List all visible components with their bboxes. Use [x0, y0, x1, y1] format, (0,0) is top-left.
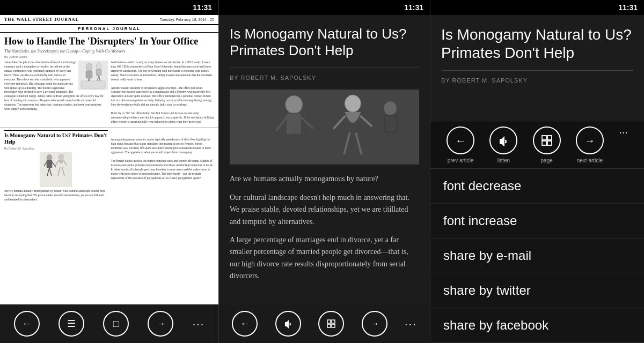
overlay-next-label: next article [577, 158, 603, 163]
svg-rect-41 [547, 136, 552, 140]
overlay-menu-top-bar: ← prev article listen [430, 122, 644, 169]
second-article-title: Is Monogamy Natural to Us? Primates Don'… [4, 130, 108, 145]
panel-menu-overlay: 11:31 Is Monogamy Natural to Us? Primate… [430, 0, 644, 343]
share-twitter-item[interactable]: share by twitter [430, 273, 644, 308]
svg-point-23 [286, 96, 303, 114]
newspaper-section: PERSONAL JOURNAL [0, 25, 218, 33]
svg-rect-37 [332, 320, 335, 323]
newspaper-wrapper: THE WALL STREET JOURNAL Tuesday, Februar… [0, 15, 218, 304]
second-article: Is Monogamy Natural to Us? Primates Don'… [0, 128, 218, 204]
list-btn-1[interactable]: ☰ [58, 311, 84, 337]
cartoon-illustration [78, 61, 108, 90]
overlay-next-circle: → [576, 126, 604, 154]
svg-rect-12 [47, 160, 52, 168]
second-article-col-left: Is Monogamy Natural to Us? Primates Don'… [4, 130, 108, 202]
newspaper-date: Tuesday, February 18, 2014 - 25 [160, 18, 214, 21]
article-reader-byline: BY ROBERT M. SAPOLSKY [230, 74, 419, 81]
overlay-prev-article-btn[interactable]: ← prev article [447, 126, 474, 163]
overlay-listen-label: listen [497, 158, 510, 163]
overlay-prev-circle: ← [447, 126, 474, 154]
newspaper-title: THE WALL STREET JOURNAL [4, 17, 79, 22]
share-email-item[interactable]: share by e-mail [430, 238, 644, 273]
article-body-p3: A large percentage of marriages end in d… [230, 234, 419, 282]
panel-3-top: Is Monogamy Natural to Us? Primates Don'… [430, 15, 644, 343]
svg-point-1 [86, 63, 92, 71]
article-reader-body: Are we humans actually monogamous by nat… [230, 173, 419, 282]
main-article-col-left: James liked his job in the information-o… [4, 61, 108, 125]
overlay-prev-label: prev article [448, 158, 474, 163]
svg-rect-39 [332, 324, 335, 327]
second-article-col-right: Among polygamous primates, males typical… [111, 130, 215, 202]
more-btn-1[interactable]: ··· [193, 318, 205, 330]
page-btn-1[interactable]: □ [103, 311, 129, 337]
main-article-columns: James liked his job in the information-o… [4, 61, 214, 125]
bottom-bar-1: ← ☰ □ → ··· [0, 304, 218, 343]
svg-rect-10 [40, 152, 72, 187]
second-article-byline: By Robert M. Sapolsky [4, 147, 108, 150]
article-reader-content: Is Monogamy Natural to Us? Primates Don'… [219, 15, 430, 304]
panel-reader: 11:31 Is Monogamy Natural to Us? Primate… [219, 0, 430, 343]
svg-point-17 [58, 154, 64, 160]
overlay-listen-btn[interactable]: listen [489, 126, 517, 163]
svg-rect-38 [327, 324, 331, 327]
panel-newspaper: 11:31 THE WALL STREET JOURNAL Tuesday, F… [0, 0, 219, 343]
svg-rect-24 [287, 113, 302, 135]
next-article-btn-1[interactable]: → [148, 311, 173, 337]
svg-rect-35 [385, 115, 397, 132]
next-article-btn-2[interactable]: → [362, 311, 387, 337]
status-bar-2: 11:31 [219, 0, 430, 15]
svg-rect-6 [96, 69, 101, 76]
main-article-title: How to Handle The 'Disrupters' In Your O… [4, 36, 214, 47]
font-decrease-item[interactable]: font decrease [430, 169, 644, 204]
more-btn-2[interactable]: ··· [405, 318, 417, 330]
main-article: How to Handle The 'Disrupters' In Your O… [0, 33, 218, 128]
panel-3-byline: BY ROBERT M. SAPOLSKY [441, 77, 633, 84]
svg-point-29 [345, 95, 361, 113]
reader-divider [230, 68, 419, 68]
article-body-p1: Are we humans actually monogamous by nat… [230, 173, 419, 185]
newspaper-page: THE WALL STREET JOURNAL Tuesday, Februar… [0, 15, 218, 304]
article-body-p2: Our cultural landscape doesn't help much… [230, 192, 419, 228]
newspaper-header: THE WALL STREET JOURNAL Tuesday, Februar… [0, 15, 218, 25]
status-bar-1: 11:31 [0, 0, 218, 15]
prev-article-btn-2[interactable]: ← [232, 311, 258, 337]
overlay-more-btn[interactable]: ··· [619, 122, 628, 138]
svg-point-11 [47, 155, 52, 161]
overlay-next-article-btn[interactable]: → next article [576, 126, 604, 163]
svg-point-5 [96, 63, 101, 69]
overlay-page-btn[interactable]: page [533, 126, 561, 163]
time-3: 11:31 [618, 3, 638, 12]
main-article-subtitle: The Narcissist, the Scorekeeper, the Gos… [4, 49, 214, 54]
listen-btn-2[interactable] [275, 311, 301, 337]
svg-rect-2 [86, 71, 92, 78]
svg-rect-43 [547, 141, 552, 145]
overlay-listen-circle [489, 126, 517, 154]
dancing-figure [4, 152, 108, 187]
svg-rect-9 [81, 81, 105, 88]
article-reader-title: Is Monogamy Natural to Us? Primates Don'… [230, 26, 419, 59]
article-reader-image [230, 90, 419, 165]
status-bar-3: 11:31 [430, 0, 644, 15]
font-increase-item[interactable]: font increase [430, 204, 644, 238]
second-article-body-1: Are we humans actually monogamous by nat… [4, 189, 108, 202]
overlay-page-circle [533, 126, 561, 154]
second-article-columns: Is Monogamy Natural to Us? Primates Don'… [4, 130, 214, 202]
time-2: 11:31 [404, 3, 423, 12]
svg-rect-40 [542, 136, 546, 140]
overlay-page-label: page [541, 158, 553, 163]
svg-point-34 [384, 102, 397, 116]
panel-3-article-bg: Is Monogamy Natural to Us? Primates Don'… [430, 15, 644, 95]
svg-rect-42 [542, 141, 546, 145]
overlay-menu: ← prev article listen [430, 122, 644, 343]
panel-3-divider [441, 70, 633, 71]
prev-article-btn-1[interactable]: ← [14, 311, 40, 337]
page-btn-2[interactable] [318, 311, 344, 337]
bottom-bar-2: ← → ··· [219, 304, 430, 343]
main-article-col-right: And leaders—which is why so many bosses … [111, 61, 215, 125]
main-article-byline: By Joann Lublin [4, 55, 214, 58]
share-facebook-item[interactable]: share by facebook [430, 308, 644, 343]
svg-rect-36 [327, 320, 331, 323]
panel-3-title: Is Monogamy Natural to Us? Primates Don'… [441, 26, 633, 62]
time-1: 11:31 [193, 3, 212, 12]
